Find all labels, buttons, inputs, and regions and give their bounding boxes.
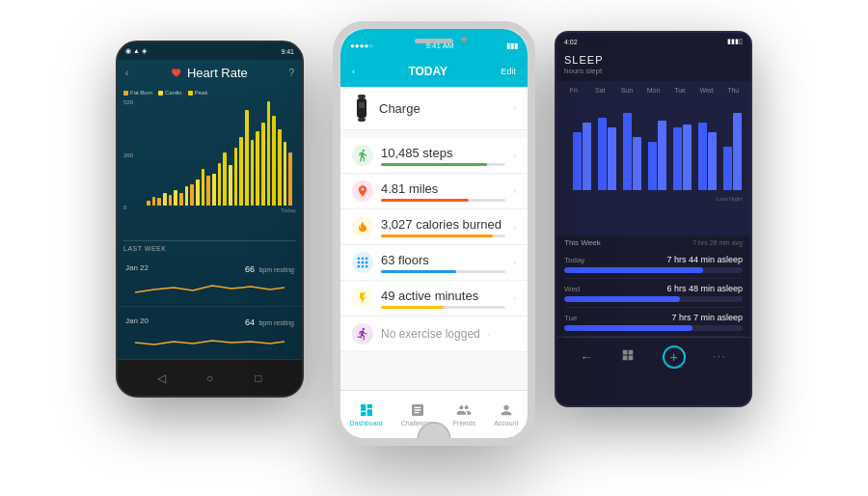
bar-3 xyxy=(157,198,161,206)
day-sun: Sun xyxy=(617,87,637,94)
bar-14 xyxy=(218,163,222,206)
iphone-device-row[interactable]: Charge › xyxy=(340,87,528,130)
miles-chevron: › xyxy=(513,187,516,196)
android-chart-area: Fat Burn Cardio Peak 520 260 0 xyxy=(118,86,302,240)
metric-calories[interactable]: 3,027 calories burned › xyxy=(340,209,528,245)
bar-19 xyxy=(245,110,249,206)
iphone-camera xyxy=(461,37,467,42)
bar-8 xyxy=(185,186,189,206)
bar-24 xyxy=(272,116,276,207)
wp-bar-group-2 xyxy=(623,113,642,190)
bar-11 xyxy=(202,169,205,207)
sleep-duration-0: 7 hrs 44 min asleep xyxy=(666,255,743,264)
legend-cardio: Cardio xyxy=(158,90,182,96)
sleep-bar-container-0 xyxy=(564,267,743,273)
android-header: ‹ Heart Rate ? xyxy=(118,60,302,86)
bar-1 xyxy=(147,201,150,207)
miles-value: 4.81 miles xyxy=(381,181,505,196)
tab-account[interactable]: Account xyxy=(494,402,518,427)
wp-bar-group-5 xyxy=(698,123,718,190)
hr-entry-0[interactable]: Jan 22 66 bpm resting xyxy=(118,254,302,307)
dashboard-tab-icon xyxy=(359,402,374,418)
bar-27 xyxy=(288,152,292,206)
iphone: ●●●●○ 9:41 AM ▮▮▮ ‹ TODAY Edit xyxy=(333,21,535,446)
bar-25 xyxy=(278,129,282,206)
svg-rect-0 xyxy=(358,95,366,98)
day-wed: Wed xyxy=(697,87,717,94)
bar-6 xyxy=(174,190,177,207)
bar-15 xyxy=(223,152,227,206)
wp-status-bar: 4:02 ▮▮▮▯ xyxy=(556,33,750,50)
wp-battery: ▮▮▮▯ xyxy=(727,38,743,45)
calories-value: 3,027 calories burned xyxy=(381,217,505,232)
last-week-divider: LAST WEEK xyxy=(123,240,296,254)
x-axis: Today xyxy=(123,207,296,213)
metric-active[interactable]: 49 active minutes › xyxy=(340,281,528,317)
android-status-icons: ◉ ▲ ◈ xyxy=(125,47,147,55)
exercise-row[interactable]: No exercise logged › xyxy=(340,317,528,352)
bar-9 xyxy=(190,184,194,206)
android-status-time: 9:41 xyxy=(281,48,294,55)
sleep-row-tue[interactable]: Tue 7 hrs 7 min asleep xyxy=(564,308,743,337)
challenges-tab-icon xyxy=(410,402,425,418)
wp-plus-btn[interactable]: + xyxy=(663,345,686,369)
day-fri: Fri xyxy=(564,87,583,94)
android-status-bar: ◉ ▲ ◈ 9:41 xyxy=(118,42,302,60)
bar-13 xyxy=(212,174,216,206)
wp-sleep-entries: Today 7 hrs 44 min asleep Wed 6 hrs 48 m… xyxy=(556,250,750,337)
tab-friends[interactable]: Friends xyxy=(453,402,475,427)
iphone-battery: ▮▮▮ xyxy=(506,41,518,50)
metric-floors[interactable]: 63 floors › xyxy=(340,245,528,281)
active-chevron: › xyxy=(513,294,516,303)
steps-value: 10,485 steps xyxy=(381,146,505,160)
bar-5 xyxy=(169,195,173,206)
bar-20 xyxy=(251,140,255,206)
android-back-icon[interactable]: ‹ xyxy=(125,68,128,78)
wp-bottom-nav: ← + ··· xyxy=(556,337,750,375)
bar-chart-wrapper: 520 260 0 xyxy=(123,99,296,210)
wp-title: SLEEP xyxy=(564,54,743,66)
bar-10 xyxy=(196,179,200,207)
sleep-row-wed[interactable]: Wed 6 hrs 48 min asleep xyxy=(564,279,743,308)
bar-22 xyxy=(261,123,265,206)
fitbit-band-icon xyxy=(352,95,371,122)
wp-dots-btn[interactable]: ··· xyxy=(713,351,726,362)
android-help-icon[interactable]: ? xyxy=(288,68,294,78)
tab-dashboard[interactable]: Dashboard xyxy=(350,402,383,427)
sleep-row-today[interactable]: Today 7 hrs 44 min asleep xyxy=(564,250,743,279)
wp-this-week: This Week xyxy=(564,238,601,247)
bar-16 xyxy=(229,165,232,206)
legend-peak: Peak xyxy=(188,90,208,96)
phones-container: ◉ ▲ ◈ 9:41 ‹ Heart Rate ? Fat Burn xyxy=(96,12,772,484)
iphone-inner: ●●●●○ 9:41 AM ▮▮▮ ‹ TODAY Edit xyxy=(340,29,528,438)
iphone-edit-btn[interactable]: Edit xyxy=(501,67,516,76)
wp-back-btn[interactable]: ← xyxy=(580,349,593,365)
hr-entry-1[interactable]: Jan 20 64 bpm resting xyxy=(118,307,302,360)
active-progress xyxy=(381,306,505,309)
bar-2 xyxy=(152,197,156,206)
android-recent-btn[interactable]: □ xyxy=(250,370,267,387)
iphone-back-btn[interactable]: ‹ xyxy=(352,67,355,76)
android-home-btn[interactable]: ○ xyxy=(201,370,218,387)
android-nav: ◁ ○ □ xyxy=(118,360,302,396)
sparkline-1 xyxy=(125,331,294,350)
friends-tab-icon xyxy=(456,402,472,418)
metric-miles[interactable]: 4.81 miles › xyxy=(340,174,528,209)
steps-icon xyxy=(352,145,373,166)
heart-rate-entries: Jan 22 66 bpm resting Jan 20 64 xyxy=(118,254,302,360)
svg-rect-2 xyxy=(359,102,365,108)
floors-value: 63 floors xyxy=(381,253,505,267)
calories-icon xyxy=(352,216,373,237)
android-back-btn[interactable]: ◁ xyxy=(152,370,170,387)
exercise-text: No exercise logged xyxy=(381,327,480,341)
account-tab-icon xyxy=(499,402,514,418)
bar-26 xyxy=(284,142,287,206)
iphone-content: Charge › 10,485 steps xyxy=(340,87,528,390)
sleep-time-2: Tue xyxy=(564,314,578,322)
wp-windows-btn[interactable] xyxy=(621,348,635,365)
metric-steps[interactable]: 10,485 steps › xyxy=(340,138,528,174)
steps-progress xyxy=(381,163,505,166)
wp-subtitle: hours slept xyxy=(564,67,743,75)
sleep-bar-container-2 xyxy=(564,325,743,331)
bar-21 xyxy=(256,131,259,206)
